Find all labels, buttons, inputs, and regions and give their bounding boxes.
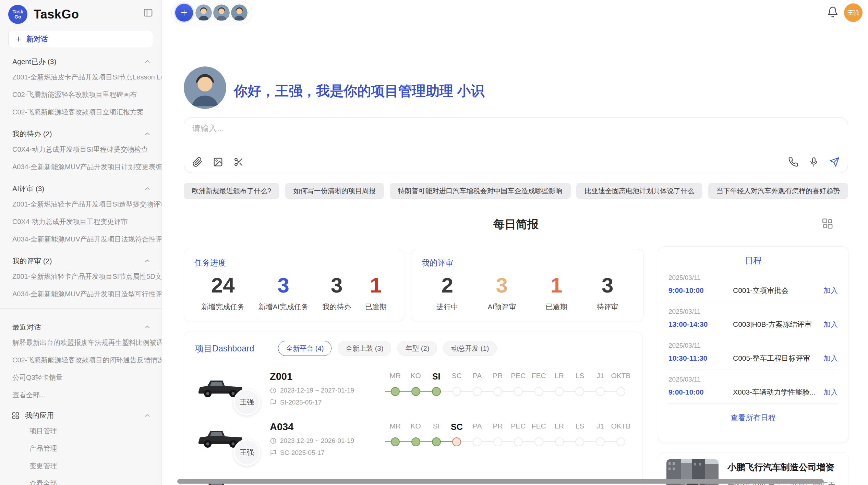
sidebar-item[interactable]: Z001-全新燃油皮卡产品开发项目SI节点Lesson Learn报告 [0,69,161,86]
dashboard-tabs: 全新平台 (4)全新上装 (3)年型 (2)动总开发 (1) [278,341,497,356]
logo-text-bottom: Go [14,14,21,20]
schedule-time: 9:00-10:00 [668,286,733,295]
app-item[interactable]: 产品管理 [0,440,161,457]
suggestion-chip[interactable]: 欧洲新规最近颁布了什么? [184,183,279,199]
milestone-label: SI [426,372,447,382]
sidebar-item[interactable]: C02-飞腾新能源轻客改款项目里程碑画布 [0,86,161,103]
image-icon [213,157,223,167]
voice-call-button[interactable] [788,157,798,167]
person-avatar-illustration [195,4,212,21]
new-chat-button[interactable]: 新对话 [8,31,153,47]
bell-icon [827,6,839,18]
join-meeting-link[interactable]: 加入 [823,286,838,295]
milestone-dot [596,437,605,446]
collapse-sidebar-button[interactable] [143,8,153,18]
suggestion-chips: 欧洲新规最近颁布了什么?如何写一份清晰的项目周报特朗普可能对进口汽车增税会对中国… [184,183,848,199]
sidebar: Task Go TaskGo 新对话 Agent已办 (3)Z001-全新燃油皮… [0,0,162,485]
horizontal-scrollbar[interactable] [177,479,824,484]
chat-input[interactable] [192,123,840,148]
suggestion-chip[interactable]: 比亚迪全固态电池计划具体说了什么 [576,183,702,199]
attach-button[interactable] [192,157,203,167]
stats-card: 任务进度 24 新增完成任务 3 新增AI完成任务 3 我的待办 1 已逾期 [184,249,404,321]
scissors-icon [233,157,244,167]
sidebar-item[interactable]: C0X4-动力总成开发项目工程变更评审 [0,213,161,231]
agent-avatar-1[interactable] [194,3,213,22]
notification-bell-icon[interactable] [827,6,839,18]
dashboard-tab[interactable]: 全新平台 (4) [278,341,331,356]
input-action-icons [788,157,840,167]
app-item[interactable]: 项目管理 [0,422,161,440]
date-range: 2023-12-19 ~ 2027-01-19 [280,387,354,394]
milestone-label: FEC [529,422,549,432]
add-agent-button[interactable] [175,4,193,22]
sidebar-item[interactable]: C0X4-动力总成开发项目SI里程碑提交物检查 [0,141,161,158]
stat-value: 24 [201,273,244,297]
milestone-label: SC [446,372,467,382]
view-all-schedule-link[interactable]: 查看所有日程 [668,413,838,423]
milestone-timeline: MRKOSISCPAPRPECFECLRLSJ1OKTB [385,421,631,457]
recent-chat-item[interactable]: 查看全部... [0,386,161,404]
suggestion-chip[interactable]: 特朗普可能对进口汽车增税会对中国车企造成哪些影响 [390,183,571,199]
milestone-dot [411,437,420,446]
flag-label: SI-2025-05-17 [280,399,322,406]
dashboard-tab[interactable]: 全新上装 (3) [338,341,391,356]
sidebar-group-header[interactable]: AI评审 (3) [0,176,161,196]
join-meeting-link[interactable]: 加入 [823,320,838,329]
schedule-entry: 2025/03/11 13:00-14:30 C003|H0B-方案冻结评审 加… [668,302,838,336]
sidebar-item[interactable]: Z001-全新燃油轻卡产品开发项目SI节点属性5D文件评审 [0,268,161,285]
milestone-dot [575,437,584,446]
recent-chat-item[interactable]: C02-飞腾新能源轻客改款项目的闭环通告反馈情况 [0,351,161,369]
sidebar-group-header[interactable]: Agent已办 (3) [0,49,161,69]
project-rows: 王强 Z001 2023-12-19 ~ 2027-01-19 SI-2025-… [195,371,631,485]
schedule-entry: 2025/03/11 9:00-10:00 X003-车辆动力学性能验... 加… [668,370,838,404]
sidebar-group-header-recent[interactable]: 最近对话 [0,314,161,334]
milestone-label: LR [549,372,570,382]
stat-label: 已逾期 [546,302,567,312]
agent-avatar-2[interactable] [212,3,231,22]
logo-text-top: Task [13,9,23,14]
layout-switch-button[interactable] [821,217,833,229]
person-avatar-illustration [213,4,230,21]
send-icon [829,157,840,167]
schedule-date: 2025/03/11 [668,308,838,315]
sidebar-item[interactable]: A034-全新新能源MUV产品开发项目造型可行性评审 [0,285,161,303]
milestone-label: PA [467,422,487,432]
milestone-label: FEC [529,372,549,382]
sidebar-item[interactable]: A034-全新新能源MUV产品开发项目计划变更表编写 [0,158,161,176]
app-item[interactable]: 查看全部... [0,475,161,485]
user-avatar[interactable]: 王强 [844,3,863,22]
sidebar-group-header[interactable]: 我的评审 (2) [0,248,161,268]
app-item[interactable]: 变更管理 [0,457,161,475]
flag-icon [270,399,277,406]
join-meeting-link[interactable]: 加入 [823,353,838,363]
mic-button[interactable] [809,157,819,167]
milestone-label: PEC [508,372,529,382]
recent-chat-item[interactable]: 公司Q3轻卡销量 [0,369,161,386]
dashboard-tab[interactable]: 年型 (2) [397,341,437,356]
chevron-up-icon [144,323,151,331]
send-button[interactable] [829,157,840,167]
suggestion-chip[interactable]: 如何写一份清晰的项目周报 [285,183,384,199]
milestone-label: SI [426,422,447,432]
sidebar-section-apps[interactable]: 我的应用 [0,404,161,422]
project-dates: 2023-12-19 ~ 2027-01-19 [270,387,373,394]
recent-chat-item[interactable]: 解释最新出台的欧盟报废车法规再生塑料比例被调至15%... [0,334,161,351]
sidebar-list: Agent已办 (3)Z001-全新燃油皮卡产品开发项目SI节点Lesson L… [0,49,161,485]
screenshot-button[interactable] [233,157,244,167]
image-upload-button[interactable] [213,157,223,167]
sidebar-item[interactable]: C02-飞腾新能源轻客改款项目立项汇报方案 [0,103,161,121]
milestone-label: OKTB [611,372,631,382]
dashboard-tab[interactable]: 动总开发 (1) [443,341,497,356]
date-range: 2023-12-19 ~ 2026-01-19 [280,437,354,445]
sidebar-item[interactable]: A034-全新新能源MUV产品开发项目法规符合性评审 [0,231,161,248]
join-meeting-link[interactable]: 加入 [823,387,838,397]
sidebar-group-header[interactable]: 我的待办 (2) [0,121,161,141]
sidebar-item[interactable]: Z001-全新燃油轻卡产品开发项目SI造型提交物评审 [0,196,161,213]
schedule-entry: 2025/03/11 9:00-10:00 C001-立项审批会 加入 [668,268,838,302]
agent-avatar-3[interactable] [230,3,249,22]
project-row[interactable]: 王强 Z001 2023-12-19 ~ 2027-01-19 SI-2025-… [195,371,631,406]
suggestion-chip[interactable]: 当下年轻人对汽车外观有怎样的喜好趋势 [708,183,848,199]
project-row[interactable]: 王强 A034 2023-12-19 ~ 2026-01-19 SC-2025-… [195,421,631,457]
stat: 1 已逾期 [365,273,387,312]
project-flag: SI-2025-05-17 [270,399,373,406]
